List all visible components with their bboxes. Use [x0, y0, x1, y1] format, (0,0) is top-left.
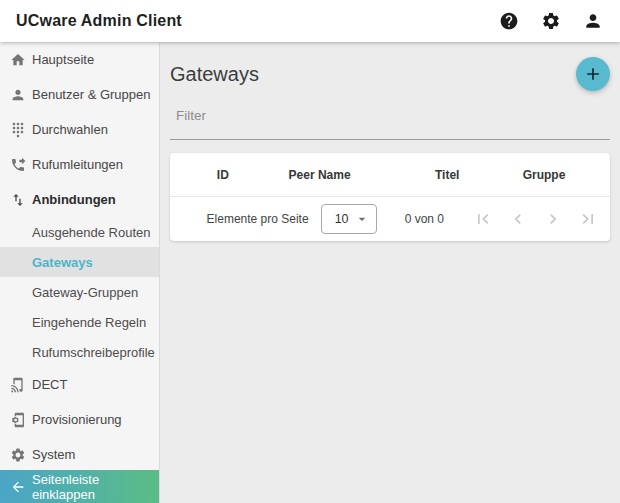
- table-header-row: ID Peer Name Titel Gruppe: [170, 153, 610, 197]
- help-icon[interactable]: [498, 10, 520, 32]
- sidebar-item-provisionierung[interactable]: Provisionierung: [0, 402, 159, 437]
- sidebar-item-benutzer-gruppen[interactable]: Benutzer & Gruppen: [0, 77, 159, 112]
- column-header-titel: Titel: [435, 168, 459, 182]
- filter-input[interactable]: [170, 102, 610, 140]
- sidebar-subitem-label: Eingehende Regeln: [32, 315, 146, 330]
- sidebar-subitem-eingehende-regeln[interactable]: Eingehende Regeln: [0, 307, 159, 337]
- sidebar: Hauptseite Benutzer & Gruppen Durchwahle…: [0, 42, 160, 503]
- top-app-bar: UCware Admin Client: [0, 0, 620, 42]
- import-export-icon: [10, 192, 26, 208]
- next-page-icon[interactable]: [541, 207, 565, 231]
- sidebar-item-label: Durchwahlen: [32, 122, 108, 137]
- collapse-sidebar-label: Seitenleiste einklappen: [32, 472, 159, 502]
- sidebar-subitem-ausgehende-routen[interactable]: Ausgehende Routen: [0, 217, 159, 247]
- sidebar-item-durchwahlen[interactable]: Durchwahlen: [0, 112, 159, 147]
- sidebar-subitem-label: Gateway-Gruppen: [32, 285, 138, 300]
- sidebar-subitem-gateway-gruppen[interactable]: Gateway-Gruppen: [0, 277, 159, 307]
- dialpad-icon: [10, 122, 26, 138]
- first-page-icon[interactable]: [471, 207, 495, 231]
- home-icon: [10, 52, 26, 68]
- arrow-left-icon: [10, 479, 26, 495]
- phone-forwarded-icon: [10, 157, 26, 173]
- column-header-id: ID: [217, 168, 229, 182]
- page-title: Gateways: [170, 63, 259, 86]
- range-label: 0 von 0: [405, 212, 444, 226]
- phonelink-setup-icon: [10, 412, 26, 428]
- page-header: Gateways: [170, 56, 610, 92]
- sidebar-subitem-rufumschreibeprofile[interactable]: Rufumschreibeprofile: [0, 337, 159, 367]
- paginator: Elemente pro Seite 10 0 von 0: [170, 197, 610, 240]
- previous-page-icon[interactable]: [506, 207, 530, 231]
- sidebar-item-label: Benutzer & Gruppen: [32, 87, 151, 102]
- page-size-select[interactable]: 10: [321, 204, 377, 234]
- sidebar-item-label: Hauptseite: [32, 52, 94, 67]
- sidebar-subitem-label: Ausgehende Routen: [32, 225, 151, 240]
- plus-icon: [583, 64, 603, 84]
- app-title: UCware Admin Client: [16, 12, 182, 30]
- sidebar-subitem-label: Rufumschreibeprofile: [32, 345, 155, 360]
- settings-icon[interactable]: [540, 10, 562, 32]
- sidebar-item-label: Anbindungen: [32, 192, 116, 207]
- sidebar-subitem-gateways[interactable]: Gateways: [0, 247, 159, 277]
- column-header-peer-name: Peer Name: [289, 168, 351, 182]
- sidebar-item-dect[interactable]: DECT: [0, 367, 159, 402]
- sidebar-item-label: Rufumleitungen: [32, 157, 123, 172]
- pager-buttons: [460, 207, 600, 231]
- sidebar-item-label: DECT: [32, 377, 67, 392]
- gear-icon: [10, 447, 26, 463]
- dect-device-icon: [10, 377, 26, 393]
- main-content: Gateways ID Peer Name Titel Gruppe Eleme…: [160, 42, 620, 503]
- sidebar-item-anbindungen[interactable]: Anbindungen: [0, 182, 159, 217]
- gateways-table-card: ID Peer Name Titel Gruppe Elemente pro S…: [170, 153, 610, 241]
- page-size-value: 10: [335, 212, 354, 226]
- items-per-page-label: Elemente pro Seite: [207, 212, 309, 226]
- person-icon: [10, 87, 26, 103]
- sidebar-item-label: System: [32, 447, 75, 462]
- sidebar-subitem-label: Gateways: [32, 255, 93, 270]
- sidebar-item-system[interactable]: System: [0, 437, 159, 472]
- account-icon[interactable]: [582, 10, 604, 32]
- topbar-actions: [498, 10, 604, 32]
- column-header-gruppe: Gruppe: [523, 168, 566, 182]
- last-page-icon[interactable]: [576, 207, 600, 231]
- sidebar-item-label: Provisionierung: [32, 412, 122, 427]
- collapse-sidebar-button[interactable]: Seitenleiste einklappen: [0, 470, 159, 503]
- chevron-down-icon: [354, 211, 370, 227]
- sidebar-item-hauptseite[interactable]: Hauptseite: [0, 42, 159, 77]
- app-body: Hauptseite Benutzer & Gruppen Durchwahle…: [0, 42, 620, 503]
- sidebar-item-rufumleitungen[interactable]: Rufumleitungen: [0, 147, 159, 182]
- add-gateway-button[interactable]: [576, 57, 610, 91]
